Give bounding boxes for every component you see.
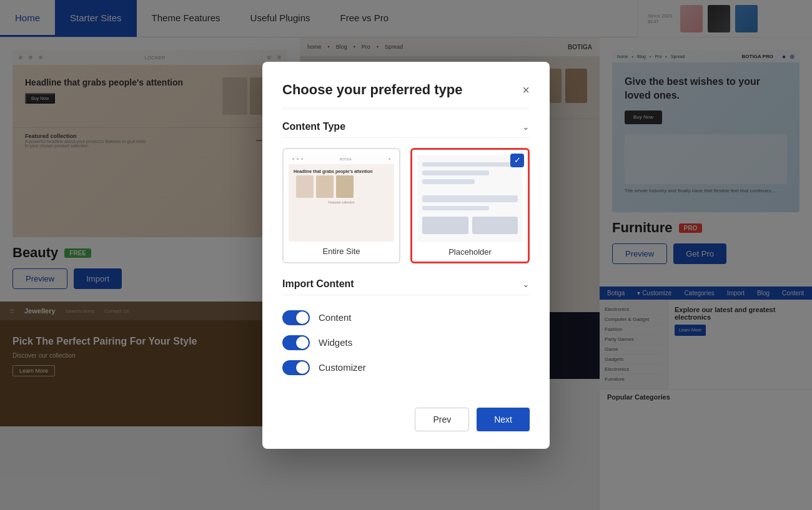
- modal-footer: Prev Next: [282, 398, 530, 431]
- customizer-toggle[interactable]: [282, 360, 310, 375]
- customizer-toggle-row: Customizer: [282, 360, 530, 375]
- modal-overlay: Choose your preferred type × Content Typ…: [0, 0, 812, 510]
- modal-header: Choose your preferred type ×: [282, 82, 530, 109]
- ph-box-2: [472, 217, 518, 234]
- thumb-product-1: [296, 175, 314, 198]
- widgets-toggle-label: Widgets: [319, 337, 352, 348]
- content-type-chevron-icon: ⌄: [522, 122, 530, 132]
- ph-line-2: [422, 170, 489, 175]
- thumb-collection: Featured collection: [294, 200, 389, 204]
- thumb-product-2: [316, 175, 334, 198]
- choose-type-modal: Choose your preferred type × Content Typ…: [262, 62, 550, 449]
- content-type-title: Content Type: [282, 121, 345, 132]
- modal-title: Choose your preferred type: [282, 82, 463, 98]
- customizer-toggle-label: Customizer: [319, 362, 366, 373]
- check-mark: ✓: [514, 155, 521, 165]
- thumb-dot: [292, 158, 294, 160]
- content-type-section: Content Type ⌄ BOTIGA: [282, 121, 530, 263]
- entire-site-thumbnail: BOTIGA Headline that grabs people's atte…: [289, 154, 394, 242]
- ph-line-4: [422, 195, 518, 202]
- toggle-knob: [296, 336, 309, 349]
- widgets-toggle-row: Widgets: [282, 335, 530, 350]
- thumb-logo: BOTIGA: [340, 157, 352, 161]
- thumb-dot: [297, 158, 299, 160]
- placeholder-check-icon: ✓: [510, 154, 524, 167]
- ph-line-3: [422, 179, 475, 184]
- import-content-header: Import Content ⌄: [282, 278, 530, 295]
- import-content-title: Import Content: [282, 278, 354, 290]
- placeholder-card[interactable]: ✓ Placeholder: [410, 148, 530, 263]
- thumb-hero: Headline that grabs people's attention F…: [289, 164, 394, 209]
- prev-button[interactable]: Prev: [415, 408, 469, 431]
- placeholder-label: Placeholder: [417, 247, 523, 257]
- thumb-dot: [389, 158, 390, 160]
- thumb-headline: Headline that grabs people's attention: [294, 169, 389, 174]
- ph-grid: [422, 217, 518, 234]
- content-type-header: Content Type ⌄: [282, 121, 530, 138]
- ph-box-1: [422, 217, 468, 234]
- content-toggle-row: Content: [282, 310, 530, 325]
- modal-close-button[interactable]: ×: [522, 84, 530, 96]
- thumb-products: [294, 175, 389, 198]
- entire-site-label: Entire Site: [289, 247, 394, 256]
- next-button[interactable]: Next: [477, 408, 530, 431]
- thumb-dot: [301, 158, 303, 160]
- import-content-chevron-icon: ⌄: [522, 279, 530, 289]
- toggle-knob: [296, 361, 309, 374]
- content-type-cards: BOTIGA Headline that grabs people's atte…: [282, 148, 530, 263]
- import-content-section: Import Content ⌄ Content Widgets: [282, 278, 530, 380]
- toggle-knob: [296, 311, 309, 324]
- widgets-toggle[interactable]: [282, 335, 310, 350]
- content-toggle[interactable]: [282, 310, 310, 325]
- thumb-product-3: [336, 175, 354, 198]
- placeholder-thumbnail: [417, 155, 523, 242]
- entire-site-card[interactable]: BOTIGA Headline that grabs people's atte…: [282, 148, 400, 263]
- import-toggles: Content Widgets Customizer: [282, 305, 530, 380]
- ph-line-1: [422, 162, 518, 167]
- thumb-nav: BOTIGA: [289, 154, 394, 164]
- ph-line-5: [422, 206, 489, 211]
- content-toggle-label: Content: [319, 312, 352, 323]
